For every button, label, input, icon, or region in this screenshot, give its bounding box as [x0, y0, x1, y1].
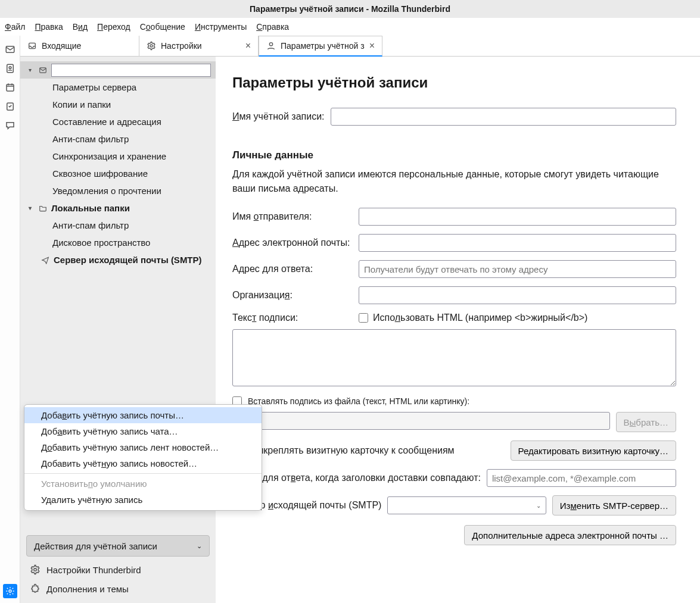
window-titlebar: Параметры учётной записи - Mozilla Thund… — [0, 0, 700, 18]
tab-inbox-label: Входящие — [42, 41, 81, 51]
tab-settings-label: Настройки — [161, 41, 202, 51]
close-icon[interactable]: × — [369, 40, 375, 51]
menu-view[interactable]: Вид — [73, 22, 88, 32]
menu-add-news[interactable]: Добавить учётную запись новостей… — [24, 455, 262, 471]
section-title: Личные данные — [232, 149, 676, 161]
account-icon — [266, 41, 276, 51]
svg-point-6 — [150, 45, 153, 47]
account-actions-button[interactable]: Действия для учётной записи ⌄ — [26, 535, 210, 557]
chevron-down-icon[interactable]: ▾ — [29, 67, 37, 73]
tree-item-junk[interactable]: Анти-спам фильтр — [20, 130, 216, 148]
rail-chat-icon[interactable] — [5, 120, 15, 131]
menu-add-mail[interactable]: Добавить учётную запись почты… — [24, 407, 262, 423]
tree-item-receipts[interactable]: Уведомления о прочтении — [20, 182, 216, 199]
tab-account-settings[interactable]: Параметры учётной з × — [259, 36, 382, 57]
gear-icon — [30, 564, 41, 575]
replyto-match-input[interactable] — [487, 469, 676, 487]
tree-local-folders[interactable]: ▾ Локальные папки — [20, 199, 216, 217]
sender-label: Имя отправителя: — [232, 211, 359, 222]
menu-tools[interactable]: Инструменты — [195, 22, 247, 32]
tree-item-disk[interactable]: Дисковое пространство — [20, 234, 216, 251]
account-name-edit[interactable] — [51, 64, 211, 77]
sig-label: Текст подписи: — [232, 313, 359, 323]
mailbox-icon — [38, 66, 48, 74]
tabstrip: Входящие Настройки × Параметры учётной з… — [0, 36, 700, 57]
replyto-match-label: Адрес для ответа, когда заголовки достав… — [232, 473, 481, 483]
chevron-down-icon: ⌄ — [536, 502, 541, 509]
tree-item-local-junk[interactable]: Анти-спам фильтр — [20, 217, 216, 234]
tab-settings[interactable]: Настройки × — [139, 36, 259, 56]
puzzle-icon — [30, 583, 41, 594]
use-html-label: Использовать HTML (например <b>жирный</b… — [373, 313, 587, 323]
tab-account-label: Параметры учётной з — [281, 41, 365, 51]
menu-delete-account[interactable]: Удалить учётную запись — [24, 492, 262, 508]
edit-vcard-button[interactable]: Редактировать визитную карточку… — [511, 440, 676, 461]
rail-calendar-icon[interactable] — [5, 82, 15, 93]
org-input[interactable] — [359, 286, 676, 304]
menu-message[interactable]: Сообщение — [140, 22, 185, 32]
close-icon[interactable]: × — [245, 40, 251, 51]
org-label: Организация: — [232, 290, 359, 301]
browse-button: Выбрать… — [616, 412, 676, 432]
menu-add-feed[interactable]: Добавить учётную запись лент новостей… — [24, 439, 262, 455]
account-actions-menu: Добавить учётную запись почты… Добавить … — [24, 404, 262, 511]
rail-mail-icon[interactable] — [5, 44, 15, 55]
thunderbird-settings-link[interactable]: Настройки Thunderbird — [20, 560, 216, 579]
account-name-label: Имя учётной записи: — [232, 111, 325, 122]
send-icon — [41, 256, 50, 264]
edit-smtp-button[interactable]: Изменить SMTP-сервер… — [552, 495, 676, 515]
folder-icon — [38, 204, 48, 213]
smtp-select[interactable]: ⌄ — [387, 496, 546, 514]
account-name-input[interactable] — [331, 108, 676, 126]
sig-file-path-input — [232, 412, 610, 430]
use-html-checkbox[interactable] — [359, 313, 368, 323]
tree-item-copies[interactable]: Копии и папки — [20, 96, 216, 113]
sig-file-label: Вставлять подпись из файла (текст, HTML … — [248, 396, 469, 406]
window-title: Параметры учётной записи - Mozilla Thund… — [250, 4, 450, 14]
menu-add-chat[interactable]: Добавить учётную запись чата… — [24, 423, 262, 439]
rail-tasks-icon[interactable] — [5, 101, 15, 112]
svg-point-9 — [34, 568, 37, 571]
chevron-down-icon[interactable]: ▾ — [29, 205, 37, 211]
page-title: Параметры учётной записи — [232, 74, 676, 91]
tree-item-server[interactable]: Параметры сервера — [20, 79, 216, 96]
email-input[interactable] — [359, 234, 676, 252]
extra-emails-button[interactable]: Дополнительные адреса электронной почты … — [464, 525, 676, 545]
menu-file[interactable]: Файл — [5, 22, 25, 32]
menubar[interactable]: Файл Правка Вид Переход Сообщение Инстру… — [0, 18, 700, 36]
inbox-icon — [27, 41, 37, 51]
sender-input[interactable] — [359, 208, 676, 226]
tree-item-sync[interactable]: Синхронизация и хранение — [20, 148, 216, 165]
menu-edit[interactable]: Правка — [35, 22, 63, 32]
menu-go[interactable]: Переход — [97, 22, 130, 32]
menu-set-default: Установить по умолчанию — [24, 476, 262, 492]
menu-separator — [24, 473, 262, 474]
addons-link[interactable]: Дополнения и темы — [20, 579, 216, 598]
tab-inbox[interactable]: Входящие — [20, 36, 139, 56]
svg-point-7 — [269, 43, 272, 46]
signature-textarea[interactable] — [232, 329, 676, 386]
rail-settings-icon[interactable] — [3, 584, 17, 598]
email-label: Адрес электронной почты: — [232, 238, 359, 248]
reply-label: Адрес для ответа: — [232, 264, 359, 274]
section-desc: Для каждой учётной записи имеются персон… — [232, 167, 676, 196]
svg-point-2 — [9, 67, 11, 69]
menu-help[interactable]: Справка — [256, 22, 289, 32]
svg-point-5 — [9, 590, 11, 592]
account-tree-root[interactable]: ▾ — [20, 61, 216, 79]
svg-rect-3 — [7, 85, 14, 91]
tree-smtp[interactable]: Сервер исходящей почты (SMTP) — [20, 251, 216, 268]
vcard-label: Прикреплять визитную карточку к сообщени… — [246, 445, 455, 456]
reply-input[interactable] — [359, 260, 676, 278]
chevron-down-icon: ⌄ — [197, 542, 202, 550]
left-rail — [0, 36, 20, 603]
main-panel: Параметры учётной записи Имя учётной зап… — [216, 57, 700, 603]
account-sidebar: ▾ Параметры сервера Копии и папки Состав… — [20, 57, 216, 603]
tree-item-composition[interactable]: Составление и адресация — [20, 113, 216, 130]
gear-icon — [147, 41, 156, 51]
rail-addressbook-icon[interactable] — [5, 63, 15, 74]
tree-item-e2e[interactable]: Сквозное шифрование — [20, 165, 216, 182]
